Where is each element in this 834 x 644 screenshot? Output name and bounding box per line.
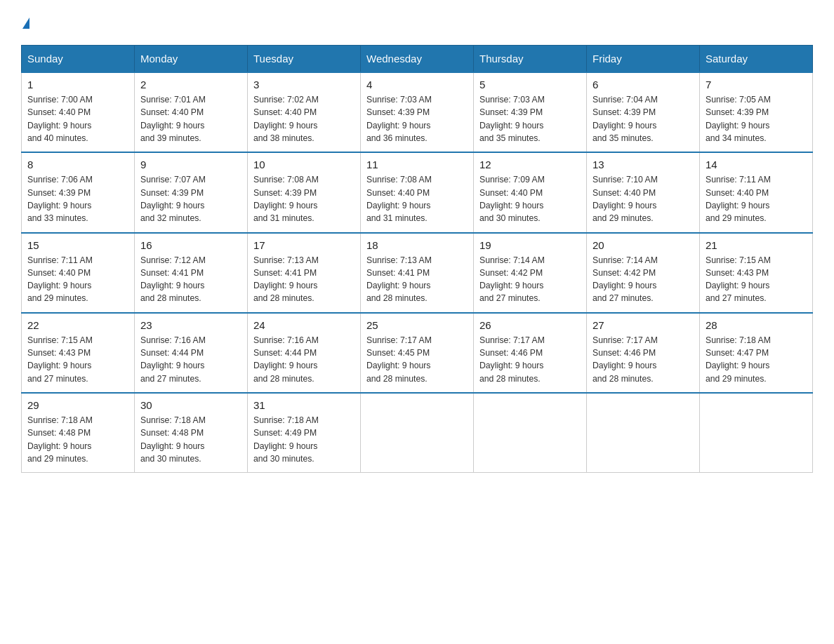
day-number: 26 (479, 319, 581, 331)
day-number: 28 (706, 319, 807, 331)
day-info: Sunrise: 7:13 AMSunset: 4:41 PMDaylight:… (366, 254, 468, 305)
calendar-day-cell (474, 393, 587, 473)
day-info: Sunrise: 7:09 AMSunset: 4:40 PMDaylight:… (479, 173, 581, 224)
day-number: 3 (253, 79, 355, 90)
weekday-header-monday: Monday (135, 46, 248, 73)
day-info: Sunrise: 7:16 AMSunset: 4:44 PMDaylight:… (140, 334, 241, 385)
calendar-day-cell: 3 Sunrise: 7:02 AMSunset: 4:40 PMDayligh… (248, 72, 361, 152)
calendar-day-cell: 1 Sunrise: 7:00 AMSunset: 4:40 PMDayligh… (22, 72, 135, 152)
day-number: 12 (479, 159, 581, 170)
day-info: Sunrise: 7:02 AMSunset: 4:40 PMDaylight:… (253, 93, 355, 145)
day-number: 30 (140, 399, 241, 411)
day-info: Sunrise: 7:15 AMSunset: 4:43 PMDaylight:… (27, 334, 128, 385)
day-number: 17 (253, 239, 355, 251)
calendar-day-cell: 12 Sunrise: 7:09 AMSunset: 4:40 PMDaylig… (474, 152, 587, 232)
day-number: 4 (366, 79, 468, 90)
day-number: 22 (27, 319, 128, 331)
day-number: 19 (479, 239, 581, 251)
calendar-day-cell (361, 393, 474, 473)
calendar-week-row: 15 Sunrise: 7:11 AMSunset: 4:40 PMDaylig… (22, 233, 813, 313)
calendar-week-row: 22 Sunrise: 7:15 AMSunset: 4:43 PMDaylig… (22, 313, 813, 393)
logo-triangle-icon (22, 18, 29, 29)
calendar-day-cell (587, 393, 700, 473)
calendar-day-cell: 30 Sunrise: 7:18 AMSunset: 4:48 PMDaylig… (135, 393, 248, 473)
day-number: 9 (140, 159, 241, 170)
calendar-day-cell: 7 Sunrise: 7:05 AMSunset: 4:39 PMDayligh… (700, 72, 813, 152)
calendar-week-row: 8 Sunrise: 7:06 AMSunset: 4:39 PMDayligh… (22, 152, 813, 232)
weekday-header-saturday: Saturday (700, 46, 813, 73)
calendar-day-cell: 4 Sunrise: 7:03 AMSunset: 4:39 PMDayligh… (361, 72, 474, 152)
day-number: 6 (593, 79, 694, 90)
day-info: Sunrise: 7:08 AMSunset: 4:39 PMDaylight:… (253, 173, 355, 224)
day-info: Sunrise: 7:07 AMSunset: 4:39 PMDaylight:… (140, 173, 241, 224)
calendar-day-cell: 20 Sunrise: 7:14 AMSunset: 4:42 PMDaylig… (587, 233, 700, 313)
weekday-header-thursday: Thursday (474, 46, 587, 73)
calendar-day-cell: 16 Sunrise: 7:12 AMSunset: 4:41 PMDaylig… (135, 233, 248, 313)
day-info: Sunrise: 7:00 AMSunset: 4:40 PMDaylight:… (27, 93, 128, 145)
day-info: Sunrise: 7:15 AMSunset: 4:43 PMDaylight:… (706, 254, 807, 305)
day-number: 10 (253, 159, 355, 170)
calendar-day-cell: 31 Sunrise: 7:18 AMSunset: 4:49 PMDaylig… (248, 393, 361, 473)
calendar-day-cell: 22 Sunrise: 7:15 AMSunset: 4:43 PMDaylig… (22, 313, 135, 393)
day-number: 5 (479, 79, 581, 90)
calendar-day-cell: 26 Sunrise: 7:17 AMSunset: 4:46 PMDaylig… (474, 313, 587, 393)
day-info: Sunrise: 7:17 AMSunset: 4:46 PMDaylight:… (593, 334, 694, 385)
day-number: 23 (140, 319, 241, 331)
day-number: 11 (366, 159, 468, 170)
day-number: 15 (27, 239, 128, 251)
day-info: Sunrise: 7:05 AMSunset: 4:39 PMDaylight:… (706, 93, 807, 145)
day-number: 2 (140, 79, 241, 90)
calendar-day-cell: 9 Sunrise: 7:07 AMSunset: 4:39 PMDayligh… (135, 152, 248, 232)
day-number: 24 (253, 319, 355, 331)
day-number: 13 (593, 159, 694, 170)
calendar-table: SundayMondayTuesdayWednesdayThursdayFrid… (21, 45, 813, 473)
calendar-week-row: 29 Sunrise: 7:18 AMSunset: 4:48 PMDaylig… (22, 393, 813, 473)
day-info: Sunrise: 7:18 AMSunset: 4:47 PMDaylight:… (706, 334, 807, 385)
calendar-day-cell: 29 Sunrise: 7:18 AMSunset: 4:48 PMDaylig… (22, 393, 135, 473)
day-info: Sunrise: 7:17 AMSunset: 4:46 PMDaylight:… (479, 334, 581, 385)
calendar-day-cell: 8 Sunrise: 7:06 AMSunset: 4:39 PMDayligh… (22, 152, 135, 232)
calendar-day-cell: 17 Sunrise: 7:13 AMSunset: 4:41 PMDaylig… (248, 233, 361, 313)
logo (21, 14, 29, 31)
weekday-header-tuesday: Tuesday (248, 46, 361, 73)
day-number: 1 (27, 79, 128, 90)
day-number: 7 (706, 79, 807, 90)
calendar-day-cell: 2 Sunrise: 7:01 AMSunset: 4:40 PMDayligh… (135, 72, 248, 152)
day-number: 18 (366, 239, 468, 251)
day-info: Sunrise: 7:01 AMSunset: 4:40 PMDaylight:… (140, 93, 241, 145)
day-info: Sunrise: 7:04 AMSunset: 4:39 PMDaylight:… (593, 93, 694, 145)
day-info: Sunrise: 7:13 AMSunset: 4:41 PMDaylight:… (253, 254, 355, 305)
day-number: 29 (27, 399, 128, 411)
calendar-day-cell: 14 Sunrise: 7:11 AMSunset: 4:40 PMDaylig… (700, 152, 813, 232)
calendar-day-cell: 13 Sunrise: 7:10 AMSunset: 4:40 PMDaylig… (587, 152, 700, 232)
day-number: 20 (593, 239, 694, 251)
day-info: Sunrise: 7:14 AMSunset: 4:42 PMDaylight:… (593, 254, 694, 305)
calendar-day-cell: 19 Sunrise: 7:14 AMSunset: 4:42 PMDaylig… (474, 233, 587, 313)
day-number: 21 (706, 239, 807, 251)
calendar-day-cell: 18 Sunrise: 7:13 AMSunset: 4:41 PMDaylig… (361, 233, 474, 313)
day-number: 31 (253, 399, 355, 411)
day-info: Sunrise: 7:03 AMSunset: 4:39 PMDaylight:… (479, 93, 581, 145)
calendar-day-cell: 11 Sunrise: 7:08 AMSunset: 4:40 PMDaylig… (361, 152, 474, 232)
day-info: Sunrise: 7:08 AMSunset: 4:40 PMDaylight:… (366, 173, 468, 224)
calendar-day-cell: 6 Sunrise: 7:04 AMSunset: 4:39 PMDayligh… (587, 72, 700, 152)
calendar-day-cell: 15 Sunrise: 7:11 AMSunset: 4:40 PMDaylig… (22, 233, 135, 313)
day-info: Sunrise: 7:17 AMSunset: 4:45 PMDaylight:… (366, 334, 468, 385)
calendar-day-cell: 24 Sunrise: 7:16 AMSunset: 4:44 PMDaylig… (248, 313, 361, 393)
weekday-header-friday: Friday (587, 46, 700, 73)
calendar-day-cell: 10 Sunrise: 7:08 AMSunset: 4:39 PMDaylig… (248, 152, 361, 232)
day-number: 27 (593, 319, 694, 331)
day-info: Sunrise: 7:16 AMSunset: 4:44 PMDaylight:… (253, 334, 355, 385)
calendar-day-cell: 5 Sunrise: 7:03 AMSunset: 4:39 PMDayligh… (474, 72, 587, 152)
day-info: Sunrise: 7:18 AMSunset: 4:48 PMDaylight:… (140, 414, 241, 465)
day-number: 8 (27, 159, 128, 170)
day-info: Sunrise: 7:18 AMSunset: 4:49 PMDaylight:… (253, 414, 355, 465)
weekday-header-row: SundayMondayTuesdayWednesdayThursdayFrid… (22, 46, 813, 73)
day-number: 25 (366, 319, 468, 331)
page-header (21, 14, 813, 31)
day-info: Sunrise: 7:03 AMSunset: 4:39 PMDaylight:… (366, 93, 468, 145)
weekday-header-sunday: Sunday (22, 46, 135, 73)
calendar-day-cell: 27 Sunrise: 7:17 AMSunset: 4:46 PMDaylig… (587, 313, 700, 393)
day-info: Sunrise: 7:10 AMSunset: 4:40 PMDaylight:… (593, 173, 694, 224)
day-info: Sunrise: 7:14 AMSunset: 4:42 PMDaylight:… (479, 254, 581, 305)
